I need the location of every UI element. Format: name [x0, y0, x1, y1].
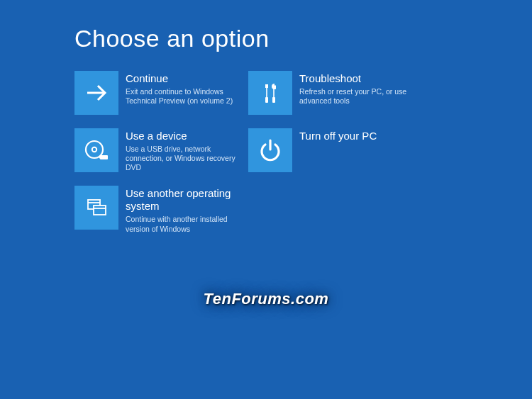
option-troubleshoot[interactable]: Troubleshoot Refresh or reset your PC, o… — [248, 71, 422, 115]
option-title: Continue — [126, 72, 239, 85]
option-continue[interactable]: Continue Exit and continue to Windows Te… — [74, 71, 248, 115]
svg-rect-5 — [272, 97, 275, 103]
page-title: Choose an option — [74, 25, 532, 52]
option-desc: Continue with another installed version … — [126, 215, 239, 233]
svg-rect-2 — [266, 88, 267, 97]
option-turn-off[interactable]: Turn off your PC — [248, 128, 422, 172]
svg-rect-3 — [265, 97, 268, 103]
option-use-device[interactable]: Use a device Use a USB drive, network co… — [74, 128, 248, 172]
option-title: Turn off your PC — [299, 130, 377, 142]
option-title: Use another operating system — [126, 187, 239, 213]
svg-rect-1 — [265, 84, 268, 88]
option-use-another-os[interactable]: Use another operating system Continue wi… — [74, 186, 248, 233]
option-title: Use a device — [126, 130, 239, 142]
power-icon — [248, 128, 292, 172]
svg-point-7 — [92, 147, 96, 152]
windows-multi-icon — [74, 186, 118, 230]
svg-rect-8 — [100, 155, 108, 159]
option-desc: Exit and continue to Windows Technical P… — [126, 87, 239, 106]
svg-rect-9 — [99, 157, 101, 159]
svg-rect-13 — [94, 206, 106, 215]
tools-icon — [248, 71, 292, 115]
arrow-right-icon — [74, 71, 118, 115]
watermark-text: TenForums.com — [204, 290, 329, 308]
option-desc: Use a USB drive, network connection, or … — [126, 145, 239, 172]
svg-rect-4 — [273, 89, 275, 97]
option-title: Troubleshoot — [299, 72, 413, 85]
disc-usb-icon — [74, 128, 118, 172]
options-grid: Continue Exit and continue to Windows Te… — [74, 71, 532, 234]
option-desc: Refresh or reset your PC, or use advance… — [299, 87, 413, 106]
